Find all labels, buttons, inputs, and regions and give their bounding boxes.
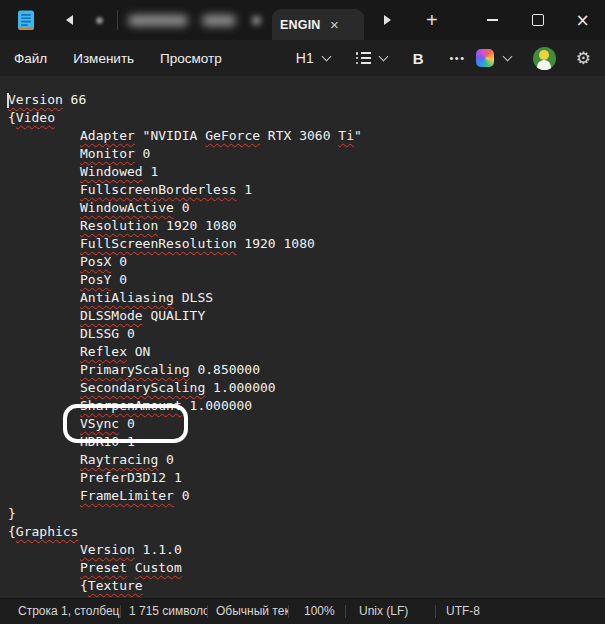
titlebar: ENGIN × + × (0, 0, 605, 40)
text-token: 0 (158, 452, 174, 467)
editor-line: Preset Custom (0, 559, 605, 577)
tab-divider (117, 10, 118, 30)
misspelled-word: Preset (80, 560, 127, 575)
formatting-toolbar: H1 B ••• (296, 50, 466, 67)
text-token: "NVIDIA (135, 128, 205, 143)
minimize-icon (487, 19, 498, 20)
text-editor-area[interactable]: Version 66{VideoAdapter "NVIDIA GeForce … (0, 76, 605, 598)
minimize-button[interactable] (470, 0, 515, 40)
editor-line: SharpenAmount 1.000000 (0, 397, 605, 415)
editor-line: DLSSMode QUALITY (0, 307, 605, 325)
account-avatar[interactable] (533, 47, 556, 70)
menubar-right-group: ⚙ (476, 47, 605, 70)
editor-line: PosX 0 (0, 253, 605, 271)
editor-line: DLSSG 0 (0, 325, 605, 343)
misspelled-word: Video (16, 110, 55, 125)
maximize-button[interactable] (515, 0, 560, 40)
text-token: 0 (135, 146, 151, 161)
misspelled-word: SharpenAmount (80, 398, 182, 413)
text-token: 0.850000 (190, 362, 260, 377)
text-token: HDR10 1 (80, 434, 135, 449)
settings-gear-icon[interactable]: ⚙ (576, 50, 591, 67)
text-token: 1 (143, 164, 159, 179)
text-token: " (354, 128, 362, 143)
misspelled-word: Monitor (80, 146, 135, 161)
misspelled-word: SecondaryScaling (80, 380, 205, 395)
editor-line: PrimaryScaling 0.850000 (0, 361, 605, 379)
misspelled-word: GeForce (205, 128, 260, 143)
editor-line: Version 1.1.0 (0, 541, 605, 559)
editor-line: HDR10 1 (0, 433, 605, 451)
misspelled-word: Resolution (80, 218, 158, 233)
misspelled-word: PrimaryScaling (80, 362, 190, 377)
text-token: RTX 3060 (260, 128, 338, 143)
text-token: 1.000000 (205, 380, 275, 395)
text-token: 0 (111, 272, 127, 287)
editor-line: PreferD3D12 1 (0, 469, 605, 487)
status-document-type: Обычный текст (208, 599, 288, 624)
more-formatting-button[interactable]: ••• (450, 52, 466, 64)
blurred-tab-title (202, 15, 236, 26)
misspelled-word: Reflex (80, 344, 127, 359)
tab-scroll-left-button[interactable] (60, 8, 78, 32)
window-controls: × (470, 0, 605, 40)
editor-line: Version 66 (0, 91, 605, 109)
editor-line: } (0, 505, 605, 523)
misspelled-word: DLSSMode (80, 308, 143, 323)
text-token: 0 (174, 488, 190, 503)
avatar-body (537, 60, 551, 70)
misspelled-word: Graphics (16, 524, 79, 539)
copilot-dropdown[interactable] (476, 49, 511, 67)
text-token: DLSS (174, 290, 213, 305)
text-token: QUALITY (143, 308, 206, 323)
status-zoom-level: 100% (289, 599, 345, 624)
editor-line: Reflex ON (0, 343, 605, 361)
menu-edit[interactable]: Изменить (73, 51, 134, 66)
text-token: DLSSG 0 (80, 326, 135, 341)
editor-line: FullScreenResolution 1920 1080 (0, 235, 605, 253)
menubar: Файл Изменить Просмотр H1 B ••• (0, 40, 605, 76)
bold-button[interactable]: B (413, 50, 424, 67)
new-tab-button[interactable]: + (426, 9, 438, 32)
status-char-count: 1 715 символов (121, 599, 207, 624)
misspelled-word: Texture (88, 578, 143, 593)
close-icon: × (575, 12, 589, 29)
misspelled-word: AntiAliasing (80, 290, 174, 305)
editor-line: {Graphics (0, 523, 605, 541)
status-encoding: UTF-8 (436, 599, 516, 624)
left-arrow-icon (66, 15, 73, 25)
editor-line: Windowed 1 (0, 163, 605, 181)
editor-line: PosY 0 (0, 271, 605, 289)
inactive-tab-blurred[interactable] (128, 5, 270, 35)
misspelled-word: Ti (338, 128, 354, 143)
tab-close-icon[interactable]: × (330, 17, 339, 32)
text-token: 1.000000 (182, 398, 252, 413)
right-arrow-icon (384, 15, 391, 25)
more-icon: ••• (450, 52, 466, 64)
status-cursor-position: Строка 1, столбец 1 (0, 599, 120, 624)
tab-scroll-right-button[interactable] (378, 8, 396, 32)
editor-line: Adapter "NVIDIA GeForce RTX 3060 Ti" (0, 127, 605, 145)
menu-file[interactable]: Файл (14, 51, 47, 66)
misspelled-word: FullScreenResolution (80, 236, 237, 251)
close-button[interactable]: × (560, 0, 605, 40)
misspelled-word: FullscreenBorderless (80, 182, 237, 197)
list-dropdown[interactable] (356, 52, 387, 64)
blurred-tab-close-icon (252, 16, 261, 25)
bullet-list-icon (356, 52, 371, 64)
text-token: { (8, 110, 16, 125)
heading-dropdown[interactable]: H1 (296, 50, 330, 66)
menu-view[interactable]: Просмотр (160, 51, 222, 66)
chevron-down-icon (378, 52, 388, 62)
text-token: { (8, 524, 16, 539)
chevron-down-icon (502, 52, 512, 62)
editor-line: FrameLimiter 0 (0, 487, 605, 505)
misspelled-word: Raytracing (80, 452, 158, 467)
blurred-dot (96, 17, 103, 24)
editor-line: Raytracing 0 (0, 451, 605, 469)
text-token (127, 560, 135, 575)
active-tab[interactable]: ENGIN × (272, 9, 364, 40)
maximize-icon (532, 14, 544, 26)
text-token: } (8, 506, 16, 521)
text-token: 1920 1080 (237, 236, 315, 251)
